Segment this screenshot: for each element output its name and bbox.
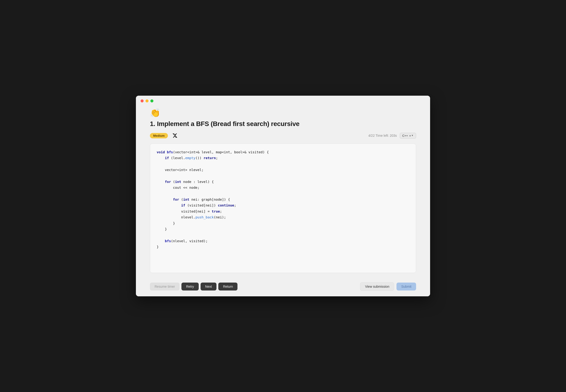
submit-button[interactable]: Submit [396,282,416,291]
return-button[interactable]: Return [218,282,237,291]
main-content: 👏 1. Implement a BFS (Bread first search… [136,104,430,279]
close-button[interactable] [141,99,144,102]
title-bar [136,96,430,104]
meta-row: Medium 4/22 Time left: 203s C++ ▲▼ [150,132,416,139]
next-button[interactable]: Next [201,282,217,291]
meta-right: 4/22 Time left: 203s C++ ▲▼ [368,133,416,139]
code-content: void bfs(vector<int>& level, map<int, bo… [157,149,409,250]
x-logo-icon[interactable] [171,132,179,139]
maximize-button[interactable] [150,99,153,102]
resume-timer-button[interactable]: Resume timer [150,282,180,291]
footer-left-buttons: Resume timer Retry Next Return [150,282,237,291]
minimize-button[interactable] [145,99,148,102]
meta-left: Medium [150,132,179,139]
footer-right-buttons: View submission Submit [360,282,416,291]
language-selector[interactable]: C++ ▲▼ [400,133,416,139]
question-title: 1. Implement a BFS (Bread first search) … [150,120,416,128]
code-editor: void bfs(vector<int>& level, map<int, bo… [150,143,416,273]
retry-button[interactable]: Retry [181,282,199,291]
language-label: C++ [402,134,408,138]
difficulty-badge: Medium [150,133,168,138]
traffic-lights [141,99,153,102]
lang-arrows-icon: ▲▼ [409,134,414,137]
timer-display: 4/22 Time left: 203s [368,134,397,138]
view-submission-button[interactable]: View submission [360,282,394,291]
app-window: 👏 1. Implement a BFS (Bread first search… [136,96,430,296]
emoji-icon: 👏 [150,108,416,118]
footer: Resume timer Retry Next Return View subm… [136,279,430,296]
